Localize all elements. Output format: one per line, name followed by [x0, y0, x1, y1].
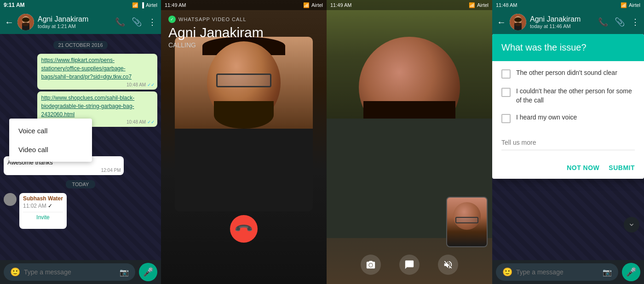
- call-status: CALLING: [168, 41, 319, 49]
- contact-name-4: Agni Janakiram: [530, 15, 594, 23]
- chat-header-4: ← Agni Janakiram today at 11:46 AM 📞 📎 ⋮: [492, 10, 644, 34]
- caller-face: [175, 37, 313, 211]
- more-icon-4[interactable]: ⋮: [631, 17, 639, 27]
- call-type-label: ✓ WHATSAPP VIDEO CALL: [168, 16, 319, 23]
- tell-us-more-input[interactable]: [501, 135, 635, 150]
- carrier-3: Airtel: [477, 2, 489, 8]
- svg-point-9: [515, 23, 521, 26]
- today-separator: TODAY: [4, 180, 157, 188]
- glasses: [216, 74, 271, 87]
- invite-link[interactable]: Invite: [23, 214, 63, 221]
- feedback-option-1[interactable]: The other person didn't sound clear: [501, 68, 635, 79]
- option-text-2: I couldn't hear the other person for som…: [516, 87, 635, 105]
- mic-button-4[interactable]: 🎤: [622, 263, 640, 281]
- end-call-icon: 📞: [234, 219, 254, 239]
- status-bar-3: 11:49 AM 📶 Airtel: [327, 0, 492, 10]
- wifi-icon: 📶: [132, 2, 138, 8]
- feedback-body: The other person didn't sound clear I co…: [492, 61, 644, 158]
- call-icon-4[interactable]: 📞: [598, 17, 608, 27]
- feedback-header: What was the issue?: [492, 34, 644, 61]
- contact-name-1: Agni Janakiram: [38, 15, 111, 23]
- pip-glasses: [455, 217, 478, 223]
- awesome-time: 12:04 PM: [101, 167, 121, 174]
- today-badge: TODAY: [66, 180, 96, 188]
- group-avatar: [4, 193, 17, 206]
- group-sender-name: Subhash Water: [23, 195, 63, 202]
- checkbox-1[interactable]: [501, 69, 511, 79]
- panel-whatsapp-chat: 9:11 AM 📶 ▐ Airtel ← Agni Janakiram toda…: [0, 0, 161, 284]
- status-icons-4: 📶 Airtel: [621, 2, 640, 8]
- pip-face: [453, 202, 481, 230]
- feedback-option-3[interactable]: I heard my own voice: [501, 113, 635, 123]
- signal-icon: ▐: [140, 2, 144, 8]
- chat-header-1: ← Agni Janakiram today at 1:21 AM 📞 📎 ⋮: [0, 10, 161, 34]
- emoji-icon-1[interactable]: 🙂: [10, 267, 20, 277]
- scroll-down-button[interactable]: [624, 217, 639, 233]
- svg-point-4: [23, 23, 29, 26]
- header-actions-4: 📞 📎 ⋮: [598, 17, 639, 27]
- camera-icon-1[interactable]: 📷: [120, 268, 129, 277]
- contact-info-4: Agni Janakiram today at 11:46 AM: [530, 15, 594, 29]
- input-bar-1: 🙂 📷 🎤: [0, 260, 161, 284]
- checkbox-3[interactable]: [501, 114, 511, 123]
- whatsapp-icon: ✓: [168, 16, 176, 23]
- contact-sub-4: today at 11:46 AM: [530, 23, 594, 29]
- group-bubble: Subhash Water 11:02 AM ✓ Invite: [19, 193, 67, 229]
- option-text-1: The other person didn't sound clear: [516, 68, 617, 78]
- pip-video: [446, 197, 488, 247]
- contact-sub-1: today at 1:21 AM: [38, 23, 111, 29]
- msg-time-2: 10:48 AM ✓✓: [126, 119, 155, 125]
- input-inner-1[interactable]: 🙂 📷: [4, 263, 135, 281]
- date-separator-1: 21 OCTOBER 2016: [4, 40, 157, 49]
- voice-call-icon[interactable]: 📞: [115, 17, 125, 27]
- message-input-1[interactable]: [24, 268, 116, 276]
- end-call-button[interactable]: 📞: [230, 215, 258, 243]
- time-3: 11:49 AM: [330, 2, 351, 8]
- attach-icon-4[interactable]: 📎: [615, 17, 625, 27]
- input-inner-4[interactable]: 🙂 📷: [496, 263, 618, 281]
- not-now-button[interactable]: NOT NOW: [567, 164, 599, 171]
- panel-feedback: 11:48 AM 📶 Airtel ← Agni Janakiram today…: [492, 0, 644, 284]
- message-input-4[interactable]: [516, 268, 599, 276]
- carrier-2: Airtel: [311, 2, 323, 8]
- wifi-icon-3: 📶: [469, 2, 475, 8]
- contact-info-1: Agni Janakiram today at 1:21 AM: [38, 15, 111, 29]
- camera-icon-4[interactable]: 📷: [603, 268, 612, 277]
- feedback-title: What was the issue?: [501, 42, 635, 53]
- wifi-icon-4: 📶: [621, 2, 627, 8]
- submit-button[interactable]: SUBMIT: [609, 164, 635, 171]
- voice-call-menu-item[interactable]: Voice call: [9, 121, 92, 140]
- shirt: [175, 129, 313, 211]
- svg-point-2: [22, 17, 29, 22]
- link-1: https://www.flipkart.com/pens-stationery…: [41, 57, 132, 80]
- panel-video-call: 11:49 AM 📶 Airtel ✓ WHATSAPP VIDEO CALL …: [161, 0, 327, 284]
- carrier-4: Airtel: [629, 2, 640, 8]
- group-message-row: Subhash Water 11:02 AM ✓ Invite: [4, 193, 157, 229]
- video-call-menu-item[interactable]: Video call: [9, 140, 92, 159]
- status-bar-2: 11:49 AM 📶 Airtel: [161, 0, 327, 10]
- panel-active-call: 11:49 AM 📶 Airtel: [327, 0, 492, 284]
- avatar-1: [17, 14, 34, 30]
- checkbox-2[interactable]: [501, 88, 511, 97]
- flip-camera-button[interactable]: [361, 255, 381, 275]
- feedback-option-2[interactable]: I couldn't hear the other person for som…: [501, 87, 635, 105]
- status-bar-1: 9:11 AM 📶 ▐ Airtel: [0, 0, 161, 10]
- attach-icon[interactable]: 📎: [132, 17, 142, 27]
- more-icon[interactable]: ⋮: [148, 17, 156, 27]
- call-controls: [327, 255, 492, 275]
- mute-button[interactable]: [438, 255, 458, 275]
- feedback-dialog: What was the issue? The other person did…: [492, 34, 644, 179]
- status-icons-3: 📶 Airtel: [469, 2, 489, 8]
- input-bar-4: 🙂 📷 🎤: [492, 260, 644, 284]
- mic-button-1[interactable]: 🎤: [139, 263, 157, 281]
- option-text-3: I heard my own voice: [516, 113, 577, 122]
- chat-button[interactable]: [399, 255, 420, 275]
- back-icon-4[interactable]: ←: [497, 17, 506, 28]
- emoji-icon-4[interactable]: 🙂: [502, 267, 512, 277]
- caller-name: Agni Janakiram: [168, 25, 319, 40]
- status-icons-1: 📶 ▐ Airtel: [132, 2, 157, 8]
- status-bar-4: 11:48 AM 📶 Airtel: [492, 0, 644, 10]
- time-1: 9:11 AM: [4, 2, 25, 8]
- back-icon[interactable]: ←: [5, 17, 14, 28]
- status-icons-2: 📶 Airtel: [303, 2, 323, 8]
